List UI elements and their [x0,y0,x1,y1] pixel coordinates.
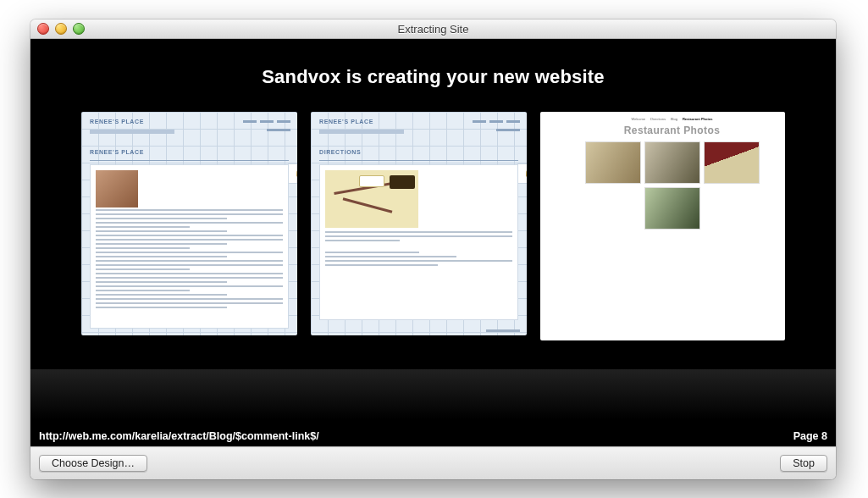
preview-body [319,164,518,320]
preview-body [90,164,289,329]
status-page: Page 8 [793,430,827,442]
photo-thumb [704,141,760,184]
preview-page: RENEE'S PLACE RENEE'S PLACE [81,112,297,335]
preview-nav-sub [267,129,290,131]
status-url: http://web.me.com/karelia/extract/Blog/$… [39,430,319,442]
titlebar: Extracting Site [30,19,836,39]
preview-subtitle-line [90,130,174,134]
photo-thumb [585,141,641,184]
preview-text-lines [96,209,283,308]
choose-design-button[interactable]: Choose Design… [39,455,147,472]
preview-nav [243,120,290,123]
bottom-toolbar: Choose Design… Stop [30,446,836,479]
photo-grid [564,141,780,230]
preview-section-title: DIRECTIONS [319,149,518,155]
portrait-image [96,170,138,208]
nav-item: Restaurant Photos [683,117,713,121]
hr-icon [90,160,289,161]
nav-item: Welcome [632,117,646,121]
preview-text-lines [325,231,512,266]
map-logo-badge [390,175,415,189]
preview-nav: Welcome Directions Blog Restaurant Photo… [564,117,780,121]
photo-thumb [644,141,700,184]
hr-icon [319,160,518,161]
preview-nav [473,120,520,123]
preview-subtitle-line [319,130,404,134]
map-image [325,170,418,228]
nav-item: Directions [650,117,666,121]
extracting-window: Extracting Site Sandvox is creating your… [30,19,836,479]
reflection-gradient [30,369,836,432]
preview-footer-line [486,329,520,332]
headline: Sandvox is creating your new website [262,66,605,88]
preview-sidebar-widget [288,163,297,184]
photo-thumb [644,187,700,230]
preview-sidebar-widget [517,163,527,184]
preview-nav-sub [496,129,520,131]
preview-section-title: RENEE'S PLACE [90,149,289,155]
preview-page: RENEE'S PLACE DIRECTIONS [311,112,527,335]
window-title: Extracting Site [30,19,836,38]
stop-button[interactable]: Stop [780,455,827,472]
nav-item: Blog [671,117,677,121]
preview-page-title: Restaurant Photos [564,125,780,136]
map-address-badge [359,175,384,187]
status-row: http://web.me.com/karelia/extract/Blog/$… [30,430,836,442]
progress-stage: Sandvox is creating your new website REN… [30,39,836,447]
preview-carousel: RENEE'S PLACE RENEE'S PLACE [81,112,785,340]
preview-page: Welcome Directions Blog Restaurant Photo… [540,112,785,340]
